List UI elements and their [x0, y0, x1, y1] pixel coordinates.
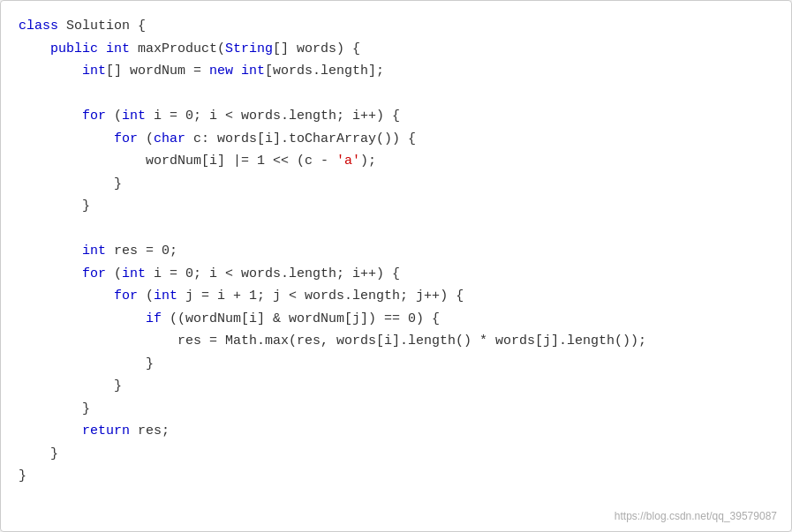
code-line: } — [19, 173, 773, 196]
code-line: res = Math.max(res, words[i].length() * … — [19, 330, 773, 353]
code-content: class Solution { public int maxProduct(S… — [19, 15, 773, 488]
code-line: class Solution { — [19, 15, 773, 38]
code-line: } — [19, 375, 773, 398]
code-line: } — [19, 465, 773, 488]
code-line: } — [19, 353, 773, 376]
code-line: int[] wordNum = new int[words.length]; — [19, 60, 773, 83]
code-line: } — [19, 195, 773, 218]
code-line — [19, 218, 773, 241]
code-line: } — [19, 443, 773, 466]
code-line: int res = 0; — [19, 240, 773, 263]
code-line: for (int j = i + 1; j < words.length; j+… — [19, 285, 773, 308]
code-line: return res; — [19, 420, 773, 443]
code-line: public int maxProduct(String[] words) { — [19, 38, 773, 61]
code-line: wordNum[i] |= 1 << (c - 'a'); — [19, 150, 773, 173]
code-line — [19, 83, 773, 106]
code-line: } — [19, 398, 773, 421]
code-line: for (int i = 0; i < words.length; i++) { — [19, 263, 773, 286]
code-line: for (char c: words[i].toCharArray()) { — [19, 128, 773, 151]
code-line: if ((wordNum[i] & wordNum[j]) == 0) { — [19, 308, 773, 331]
code-window: class Solution { public int maxProduct(S… — [0, 0, 792, 532]
code-line: for (int i = 0; i < words.length; i++) { — [19, 105, 773, 128]
watermark-text: https://blog.csdn.net/qq_39579087 — [615, 510, 777, 522]
